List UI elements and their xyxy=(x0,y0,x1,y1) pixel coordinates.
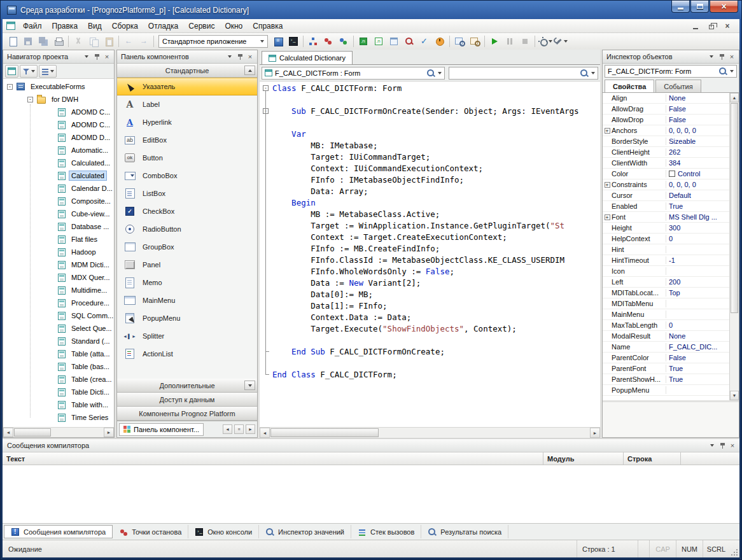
property-row[interactable]: ClientHeight262 xyxy=(603,147,729,158)
expand-plus-icon[interactable]: + xyxy=(603,182,612,188)
scroll-right-icon[interactable]: ► xyxy=(104,428,114,437)
net-module-button[interactable] xyxy=(371,34,386,48)
syntax-check-button[interactable] xyxy=(417,34,432,48)
menu-item-3[interactable]: Сборка xyxy=(107,20,143,32)
tree-item[interactable]: Time Series xyxy=(3,411,114,424)
scroll-right-icon[interactable]: ► xyxy=(590,428,600,438)
property-row[interactable]: PopupMenu xyxy=(603,385,729,396)
component-item-actionlist[interactable]: ActionList xyxy=(117,345,257,363)
chevron-down-icon[interactable] xyxy=(438,72,442,74)
folding-gutter[interactable]: - - xyxy=(260,81,272,427)
pin-icon[interactable] xyxy=(92,52,102,62)
tree-item[interactable]: Table (bas... xyxy=(3,360,114,373)
bottom-tab-3[interactable]: Инспектор значений xyxy=(259,525,351,538)
panel-menu-button[interactable] xyxy=(81,52,92,62)
component-item-groupbox[interactable]: GroupBox xyxy=(117,238,257,256)
bottom-tab-2[interactable]: Окно консоли xyxy=(188,525,259,538)
watch-window-button[interactable] xyxy=(452,34,467,48)
filter-button[interactable] xyxy=(20,65,38,78)
menu-item-1[interactable]: Правка xyxy=(47,20,83,32)
expand-plus-icon[interactable]: + xyxy=(603,214,612,220)
property-row[interactable]: Hint xyxy=(603,244,729,255)
close-icon[interactable]: × xyxy=(102,52,112,62)
component-item-hyperlink[interactable]: Hyperlink xyxy=(117,113,257,131)
scrollbar-thumb[interactable] xyxy=(270,428,379,437)
property-row[interactable]: MainMenu xyxy=(603,309,729,320)
close-icon[interactable]: × xyxy=(245,52,255,62)
property-row[interactable]: +FontMS Shell Dlg ... xyxy=(603,212,729,223)
bottom-tab-0[interactable]: Сообщения компилятора xyxy=(4,525,113,538)
tools-button[interactable] xyxy=(552,34,568,48)
panel-menu-button[interactable] xyxy=(707,441,717,451)
category-bar-0[interactable]: Дополнительные xyxy=(117,379,257,393)
property-row[interactable]: +Anchors0, 0, 0, 0 xyxy=(603,125,729,136)
project-view-button[interactable] xyxy=(5,65,18,78)
tree-item[interactable]: Calendar D... xyxy=(3,182,114,195)
tree-item[interactable]: SQL Comm... xyxy=(3,309,114,322)
component-item-checkbox[interactable]: CheckBox xyxy=(117,202,257,220)
component-item-button[interactable]: Button xyxy=(117,149,257,167)
console-button[interactable] xyxy=(286,34,301,48)
search-input[interactable] xyxy=(449,67,598,80)
menu-item-4[interactable]: Отладка xyxy=(143,20,183,32)
tree-item[interactable]: MDM Dicti... xyxy=(3,258,114,271)
mdi-minimize-button[interactable] xyxy=(689,21,703,31)
inspector-tab-0[interactable]: Свойства xyxy=(605,80,654,92)
bookmarks-button[interactable] xyxy=(336,34,351,48)
property-row[interactable]: Left200 xyxy=(603,277,729,288)
component-item-label[interactable]: Label xyxy=(117,95,257,113)
pin-icon[interactable] xyxy=(717,52,727,62)
component-item-popupmenu[interactable]: PopupMenu xyxy=(117,309,257,327)
collapse-expander-icon[interactable]: - xyxy=(7,84,13,90)
tree-item[interactable]: Select Que... xyxy=(3,322,114,335)
search-icon[interactable] xyxy=(580,69,589,78)
panel-menu-button[interactable] xyxy=(225,52,235,62)
tree-item[interactable]: Table (crea... xyxy=(3,373,114,386)
component-item-combobox[interactable]: ComboBox xyxy=(117,167,257,185)
resize-grip-icon[interactable] xyxy=(729,540,739,557)
tab-component-palette[interactable]: Панель компонент... xyxy=(119,423,204,436)
property-row[interactable]: ModalResultNone xyxy=(603,331,729,342)
component-item-editbox[interactable]: EditBox xyxy=(117,131,257,149)
expand-category-button[interactable] xyxy=(244,381,255,390)
scroll-left-icon[interactable]: ◄ xyxy=(223,424,232,434)
code-editor[interactable]: - - Class F_CALC_DICTForm: Form Sub F_CA… xyxy=(260,81,600,427)
scroll-up-icon[interactable]: ▲ xyxy=(730,93,739,102)
sort-button[interactable] xyxy=(39,65,57,78)
scrollbar-thumb[interactable] xyxy=(731,103,738,313)
tree-item[interactable]: Cube-view... xyxy=(3,207,114,220)
tree-item[interactable]: Hadoop xyxy=(3,246,114,258)
bottom-tab-4[interactable]: Стек вызовов xyxy=(351,525,421,538)
panel-menu-button[interactable] xyxy=(706,52,717,62)
tree-item[interactable]: Standard (... xyxy=(3,335,114,347)
search-icon[interactable] xyxy=(718,67,727,76)
component-item-radiobutton[interactable]: RadioButton xyxy=(117,220,257,238)
pin-icon[interactable] xyxy=(235,52,245,62)
tree-item[interactable]: ADOMD D... xyxy=(3,131,114,144)
tree-item[interactable]: ADOMD C... xyxy=(3,118,114,131)
property-row[interactable]: NameF_CALC_DIC... xyxy=(603,342,729,353)
vertical-scrollbar[interactable]: ▲ ▼ xyxy=(729,93,739,400)
web-form-button[interactable] xyxy=(386,34,402,48)
category-standard[interactable]: Стандартные xyxy=(117,64,257,78)
tree-item[interactable]: Flat files xyxy=(3,233,114,246)
property-row[interactable]: EnabledTrue xyxy=(603,201,729,212)
component-item-splitter[interactable]: Splitter xyxy=(117,327,257,345)
menu-item-0[interactable]: Файл xyxy=(18,20,47,32)
property-row[interactable]: ClientWidth384 xyxy=(603,158,729,169)
tree-item[interactable]: Table Dicti... xyxy=(3,386,114,398)
form-selector-combo[interactable]: F_CALC_DICTForm : Form xyxy=(262,67,445,80)
property-row[interactable]: AllowDropFalse xyxy=(603,115,729,125)
property-row[interactable]: HintTimeout-1 xyxy=(603,255,729,266)
close-icon[interactable]: × xyxy=(727,52,737,62)
column-header-1[interactable]: Модуль xyxy=(543,452,624,465)
settings-gear-button[interactable] xyxy=(537,34,552,48)
tab-calculated-dictionary[interactable]: Calculated Dictionary xyxy=(262,51,353,64)
tree-item[interactable]: Automatic... xyxy=(3,144,114,157)
property-row[interactable]: MDITabMenu xyxy=(603,298,729,309)
chevron-down-icon[interactable] xyxy=(591,72,595,74)
tree-node-folder[interactable]: -for DWH xyxy=(3,93,114,106)
navigator-horizontal-scrollbar[interactable]: ◄ ► xyxy=(3,427,114,437)
tree-item[interactable]: Multidime... xyxy=(3,284,114,297)
restore-button[interactable] xyxy=(690,1,709,13)
